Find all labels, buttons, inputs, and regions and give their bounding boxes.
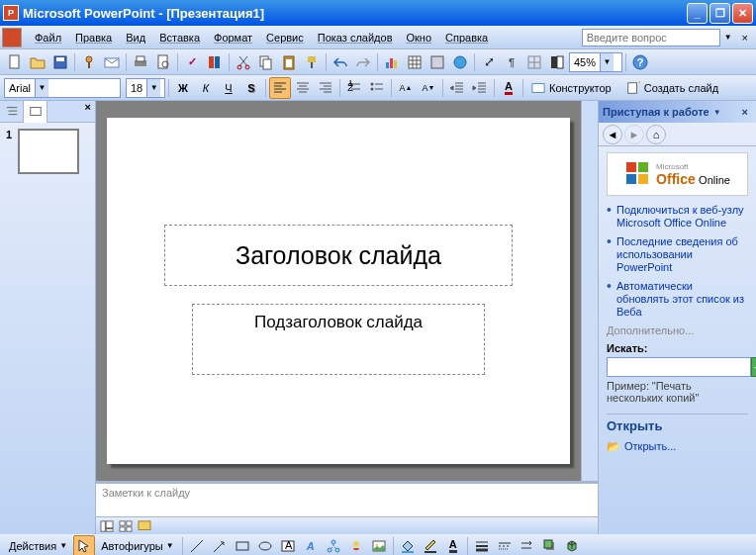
vertical-scrollbar[interactable]: [581, 101, 598, 481]
numbering-button[interactable]: 12: [343, 77, 365, 99]
format-painter-button[interactable]: [301, 51, 323, 73]
subtitle-placeholder[interactable]: Подзаголовок слайда: [192, 304, 485, 375]
actions-menu[interactable]: Действия▼: [4, 535, 72, 556]
autoshapes-menu[interactable]: Автофигуры▼: [96, 535, 179, 556]
font-color-button-draw[interactable]: A: [442, 535, 464, 556]
search-go-button[interactable]: →: [751, 357, 756, 377]
line-style-button[interactable]: [471, 535, 493, 556]
help-button[interactable]: ?: [629, 51, 651, 73]
minimize-button[interactable]: _: [687, 3, 708, 24]
panel-close-button[interactable]: ×: [81, 101, 95, 122]
align-right-button[interactable]: [315, 77, 336, 99]
open-link[interactable]: Открыть...: [607, 437, 748, 455]
normal-view-button[interactable]: [98, 518, 116, 534]
bullets-button[interactable]: [366, 77, 388, 99]
slide-canvas[interactable]: Заголовок слайда Подзаголовок слайда: [107, 118, 570, 464]
undo-button[interactable]: [330, 51, 351, 73]
expand-all-button[interactable]: ⤢: [478, 51, 500, 73]
email-button[interactable]: [101, 51, 123, 73]
forward-button[interactable]: ►: [624, 125, 644, 144]
home-button[interactable]: ⌂: [646, 125, 666, 144]
decrease-font-button[interactable]: A▼: [418, 77, 439, 99]
slideshow-view-button[interactable]: [136, 518, 153, 534]
menu-slideshow[interactable]: Показ слайдов: [311, 29, 400, 46]
print-button[interactable]: [130, 51, 151, 73]
align-left-button[interactable]: [269, 77, 291, 99]
menu-view[interactable]: Вид: [119, 29, 152, 46]
menu-window[interactable]: Окно: [400, 29, 439, 46]
more-link[interactable]: Дополнительно...: [607, 324, 748, 336]
redo-button[interactable]: [352, 51, 374, 73]
doc-close-button[interactable]: ×: [736, 32, 754, 44]
wordart-button[interactable]: A: [300, 535, 322, 556]
arrow-style-button[interactable]: [517, 535, 538, 556]
system-menu-icon[interactable]: [2, 28, 22, 47]
maximize-button[interactable]: ❐: [709, 3, 730, 24]
menu-insert[interactable]: Вставка: [152, 29, 207, 46]
menu-edit[interactable]: Правка: [68, 29, 119, 46]
select-objects-button[interactable]: [73, 535, 95, 556]
sorter-view-button[interactable]: [117, 518, 135, 534]
diagram-button[interactable]: [323, 535, 344, 556]
tables-borders-button[interactable]: [426, 51, 448, 73]
italic-button[interactable]: К: [195, 77, 217, 99]
show-formatting-button[interactable]: ¶: [501, 51, 522, 73]
menu-file[interactable]: Файл: [28, 29, 68, 46]
back-button[interactable]: ◄: [603, 125, 622, 144]
spelling-button[interactable]: ✓: [181, 51, 203, 73]
help-search-input[interactable]: [582, 29, 720, 46]
line-color-button[interactable]: [420, 535, 441, 556]
size-combo[interactable]: 18▼: [126, 78, 165, 98]
cut-button[interactable]: [233, 51, 254, 73]
open-button[interactable]: [27, 51, 48, 73]
permission-button[interactable]: [78, 51, 100, 73]
shadow-style-button[interactable]: [539, 535, 561, 556]
increase-font-button[interactable]: A▲: [395, 77, 417, 99]
picture-button[interactable]: [368, 535, 390, 556]
slide-thumbnail[interactable]: [18, 129, 79, 174]
oval-button[interactable]: [254, 535, 276, 556]
search-input[interactable]: [607, 357, 751, 377]
link-connect[interactable]: Подключиться к веб-узлу Microsoft Office…: [616, 204, 748, 230]
insert-chart-button[interactable]: [381, 51, 403, 73]
3d-style-button[interactable]: [562, 535, 584, 556]
shadow-button[interactable]: S: [240, 77, 262, 99]
close-button[interactable]: ✕: [732, 3, 753, 24]
copy-button[interactable]: [255, 51, 277, 73]
title-placeholder[interactable]: Заголовок слайда: [164, 225, 513, 286]
link-update[interactable]: Автоматически обновлять этот список из В…: [616, 280, 748, 319]
font-color-button[interactable]: A: [498, 77, 520, 99]
insert-table-button[interactable]: [404, 51, 425, 73]
increase-indent-button[interactable]: [469, 77, 491, 99]
research-button[interactable]: [204, 51, 226, 73]
decrease-indent-button[interactable]: [446, 77, 468, 99]
menu-format[interactable]: Формат: [207, 29, 259, 46]
dash-style-button[interactable]: [494, 535, 516, 556]
slides-tab[interactable]: [24, 101, 47, 123]
rectangle-button[interactable]: [232, 535, 253, 556]
new-button[interactable]: [4, 51, 26, 73]
taskpane-menu-icon[interactable]: ▼: [713, 108, 721, 117]
font-combo[interactable]: Arial▼: [4, 78, 121, 98]
show-grid-button[interactable]: [523, 51, 545, 73]
bold-button[interactable]: Ж: [172, 77, 194, 99]
line-button[interactable]: [186, 535, 208, 556]
menu-tools[interactable]: Сервис: [259, 29, 311, 46]
help-dropdown-icon[interactable]: ▼: [724, 33, 732, 42]
arrow-button[interactable]: [209, 535, 231, 556]
insert-hyperlink-button[interactable]: [449, 51, 471, 73]
color-grayscale-button[interactable]: [546, 51, 568, 73]
outline-tab[interactable]: [0, 101, 24, 123]
notes-pane[interactable]: Заметки к слайду: [96, 481, 598, 516]
textbox-button[interactable]: A: [277, 535, 299, 556]
zoom-combo[interactable]: 45%▼: [569, 52, 622, 72]
link-news[interactable]: Последние сведения об использовании Powe…: [616, 235, 748, 274]
clipart-button[interactable]: [345, 535, 367, 556]
fill-color-button[interactable]: [397, 535, 419, 556]
taskpane-close-button[interactable]: ×: [738, 106, 752, 118]
print-preview-button[interactable]: [152, 51, 174, 73]
underline-button[interactable]: Ч: [218, 77, 239, 99]
menu-help[interactable]: Справка: [438, 29, 495, 46]
design-button[interactable]: Конструктор: [526, 77, 620, 99]
new-slide-button[interactable]: ✦Создать слайд: [621, 77, 727, 99]
